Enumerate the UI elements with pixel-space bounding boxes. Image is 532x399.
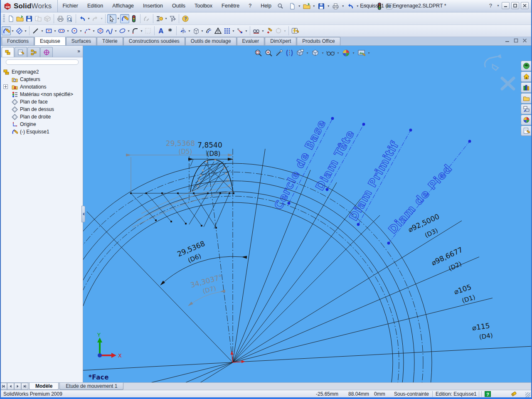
tab-strip-chevron[interactable]: » (77, 48, 80, 54)
dimension-d8[interactable]: 7,8540 (D8) (190, 141, 233, 166)
rect-caret[interactable]: ▾ (53, 29, 57, 33)
graphics-viewport[interactable]: 29,5368 (D5) 7,8540 (D8) 29,5368 (D6) 34… (83, 46, 532, 382)
repair-sketch-tool[interactable] (265, 26, 274, 35)
convert-entities-tool[interactable] (191, 26, 200, 35)
selection-filter-icon[interactable] (168, 14, 177, 23)
spline-tool[interactable] (105, 26, 114, 35)
home-tab[interactable] (521, 71, 532, 82)
convert-caret[interactable]: ▾ (200, 29, 204, 33)
fillet-caret[interactable]: ▾ (140, 29, 143, 33)
titlebar-help-icon[interactable]: ? (489, 2, 492, 9)
tree-item-plan-de-dessus[interactable]: Plan de dessus (0, 106, 83, 113)
help-icon[interactable]: ? (181, 14, 190, 23)
line-caret[interactable]: ▾ (40, 29, 44, 33)
tab-outils-de-moulage[interactable]: Outils de moulage (185, 37, 236, 45)
select-caret[interactable]: ▾ (116, 17, 120, 20)
hideshow-caret[interactable]: ▾ (336, 51, 340, 55)
tree-item-materiau[interactable]: Matériau <non spécifié> (0, 91, 83, 98)
appearances-scenes-tab[interactable] (521, 115, 532, 125)
menu-toolbox[interactable]: Toolbox (190, 0, 217, 12)
tree-item-esquisse1[interactable]: (-) Esquisse1 (0, 128, 83, 135)
view-orientation-icon[interactable] (295, 48, 304, 57)
toolbar-grip[interactable] (3, 15, 5, 23)
fillet-tool[interactable] (131, 26, 140, 35)
rebuild-icon[interactable] (129, 14, 138, 23)
menu-insertion[interactable]: Insertion (138, 0, 167, 12)
file-explorer-tab[interactable] (521, 93, 532, 103)
save-icon[interactable] (25, 14, 34, 23)
gear-circles[interactable] (83, 163, 432, 382)
appearance-caret[interactable]: ▾ (352, 51, 355, 55)
display-style-icon[interactable] (310, 48, 320, 57)
configuration-manager-tab[interactable] (27, 47, 40, 57)
vieworient-caret[interactable]: ▾ (305, 51, 309, 55)
smart-dimension-tool[interactable] (15, 26, 24, 35)
search-icon[interactable] (276, 2, 285, 11)
tab-evaluer[interactable]: Evaluer (237, 37, 265, 45)
panel-float-icon[interactable] (514, 38, 518, 43)
arc-tool[interactable] (83, 26, 92, 35)
display-relations-tool[interactable] (252, 26, 261, 35)
cancel-sketch-ghost-icon[interactable] (502, 78, 514, 89)
tree-filter-field[interactable] (6, 59, 79, 65)
tab-scroll-last-button[interactable] (21, 383, 28, 390)
dimxpert-manager-tab[interactable] (40, 47, 53, 57)
smart-dimension-toolbar-icon[interactable] (155, 14, 164, 23)
menu-fenetre[interactable]: Fenêtre (217, 0, 244, 12)
move-entities-tool[interactable] (235, 26, 244, 35)
dim-caret[interactable]: ▾ (164, 17, 168, 20)
tree-item-plan-de-face[interactable]: Plan de face (0, 98, 83, 106)
dispstyle-caret[interactable]: ▾ (321, 51, 325, 55)
sketch-caret[interactable]: ▾ (11, 29, 15, 33)
tree-item-capteurs[interactable]: Capteurs (0, 76, 83, 83)
menu-fichier[interactable]: Fichier (58, 0, 83, 12)
dimension-d4[interactable]: ⌀115 (D4) (472, 321, 493, 341)
sketch-canvas[interactable]: 29,5368 (D5) 7,8540 (D8) 29,5368 (D6) 34… (83, 46, 532, 382)
ellipse-tool[interactable] (118, 26, 127, 35)
dimension-d2[interactable]: ⌀98,6677 (D2) (430, 245, 464, 272)
tab-scroll-first-button[interactable] (0, 383, 7, 390)
property-manager-tab[interactable] (15, 47, 27, 57)
model-tab[interactable]: Modèle (29, 383, 59, 390)
select-tool[interactable] (107, 14, 116, 23)
smartdim-caret[interactable]: ▾ (24, 29, 27, 33)
menu-questionmark[interactable]: ? (244, 0, 256, 12)
polygon-tool[interactable] (96, 26, 105, 35)
sketch-tool[interactable] (2, 26, 11, 35)
resize-grip[interactable] (525, 392, 530, 397)
close-button[interactable] (521, 2, 529, 9)
undo-icon[interactable] (78, 14, 87, 23)
undo-caret2[interactable]: ▾ (87, 17, 91, 20)
tree-item-annotations[interactable]: A Annotations (0, 83, 83, 91)
dimension-d1[interactable]: ⌀105 (D1) (453, 283, 476, 305)
spline-caret[interactable]: ▾ (114, 29, 118, 33)
section-view-icon[interactable] (285, 48, 294, 57)
offset-entities-tool[interactable] (204, 26, 213, 35)
point-tool[interactable]: * (165, 26, 175, 35)
relations-caret[interactable]: ▾ (261, 29, 265, 33)
print-preview-icon[interactable] (65, 14, 74, 23)
text-tool[interactable]: A (156, 26, 165, 35)
tab-tolerie[interactable]: Tôlerie (97, 37, 123, 45)
mirror-caret[interactable]: ▾ (187, 29, 191, 33)
print-icon[interactable] (56, 14, 65, 23)
pattern-caret[interactable]: ▾ (232, 29, 235, 33)
mirror-entities-tool[interactable] (178, 26, 187, 35)
rectangle-tool[interactable] (44, 26, 53, 35)
panel-minimize-icon[interactable] (505, 38, 510, 43)
edit-appearance-icon[interactable] (341, 48, 350, 57)
view-palette-tab[interactable] (521, 104, 532, 114)
tree-item-plan-de-droite[interactable]: Plan de droite (0, 113, 83, 121)
tree-item-origine[interactable]: Origine (0, 121, 83, 128)
tab-surfaces[interactable]: Surfaces (66, 37, 96, 45)
tab-constructions-soudees[interactable]: Constructions soudées (123, 37, 185, 45)
custom-properties-tab[interactable] (521, 126, 532, 136)
menu-help[interactable]: Help (256, 0, 276, 12)
new-document-icon[interactable] (6, 14, 15, 23)
apply-scene-icon[interactable] (357, 48, 366, 57)
menu-outils[interactable]: Outils (167, 0, 190, 12)
design-library-tab[interactable] (521, 82, 532, 93)
circle-tool[interactable] (70, 26, 79, 35)
open-doc-caret[interactable]: ▾ (312, 4, 316, 8)
confirmation-corner[interactable] (485, 54, 514, 89)
